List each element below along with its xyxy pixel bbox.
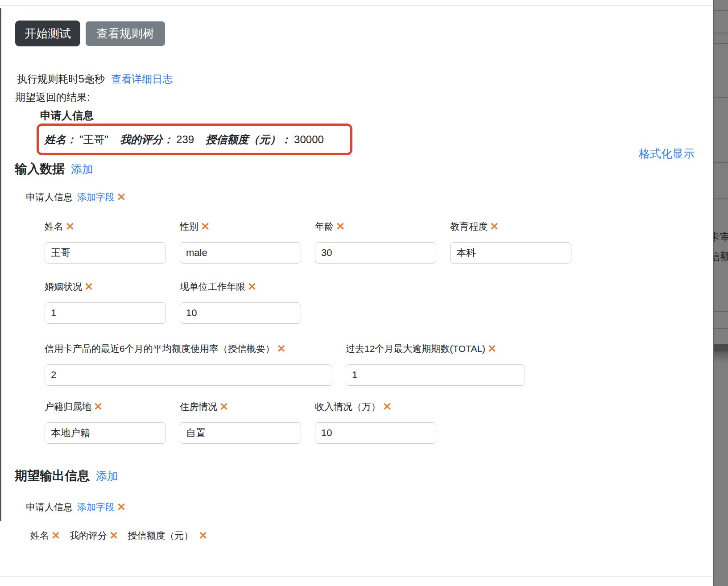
field-age-input[interactable] bbox=[315, 242, 436, 264]
expected-result-highlight-box: 姓名： "王哥" 我的评分： 239 授信额度（元）： 30000 bbox=[37, 124, 352, 155]
field-label: 姓名 bbox=[45, 220, 63, 233]
output-field-label: 姓名 bbox=[30, 529, 49, 542]
background-table-row-line bbox=[714, 198, 728, 199]
input-section-header: 输入数据 添加 bbox=[15, 161, 93, 177]
output-field-score: 我的评分 ✕ bbox=[70, 529, 118, 542]
background-table-row-line bbox=[714, 328, 728, 329]
result-group-title: 申请人信息 bbox=[40, 108, 94, 123]
field-housing-input[interactable] bbox=[180, 422, 301, 444]
field-label: 婚姻状况 bbox=[45, 281, 82, 293]
field-housing: 住房情况✕ bbox=[180, 400, 301, 444]
remove-field-icon[interactable]: ✕ bbox=[109, 530, 118, 541]
result-field-value: "王哥" bbox=[79, 132, 108, 147]
field-income-input[interactable] bbox=[315, 422, 436, 444]
output-field-label: 我的评分 bbox=[70, 529, 107, 542]
field-label: 住房情况 bbox=[180, 400, 217, 413]
field-max-overdue-input[interactable] bbox=[346, 364, 525, 386]
result-field-label: 我的评分： bbox=[120, 132, 174, 147]
panel-left-edge bbox=[0, 8, 1, 521]
result-field-label: 姓名： bbox=[45, 132, 77, 147]
remove-field-icon[interactable]: ✕ bbox=[84, 281, 93, 292]
output-section-title: 期望输出信息 bbox=[15, 467, 90, 484]
remove-field-icon[interactable]: ✕ bbox=[219, 401, 228, 412]
remove-field-icon[interactable]: ✕ bbox=[199, 530, 207, 541]
format-display-link[interactable]: 格式化显示 bbox=[639, 146, 695, 161]
background-dark-band bbox=[714, 344, 728, 351]
remove-field-icon[interactable]: ✕ bbox=[201, 221, 210, 232]
field-name: 姓名✕ bbox=[45, 220, 166, 264]
background-table-row-line bbox=[714, 97, 728, 98]
output-field-credit-limit: 授信额度（元） ✕ bbox=[128, 529, 207, 542]
start-test-button[interactable]: 开始测试 bbox=[15, 21, 80, 46]
output-section-header: 期望输出信息 添加 bbox=[15, 467, 118, 484]
field-credit-usage-rate-input[interactable] bbox=[45, 364, 332, 386]
remove-field-icon[interactable]: ✕ bbox=[277, 343, 286, 354]
output-fields-row: 姓名 ✕ 我的评分 ✕ 授信额度（元） ✕ bbox=[30, 529, 217, 542]
field-max-overdue: 过去12个月最大逾期期数(TOTAL)✕ bbox=[346, 342, 525, 386]
field-label: 过去12个月最大逾期期数(TOTAL) bbox=[346, 343, 485, 355]
view-detail-log-link[interactable]: 查看详细日志 bbox=[111, 73, 173, 85]
field-label: 户籍归属地 bbox=[45, 400, 91, 413]
result-field: 我的评分： 239 bbox=[120, 132, 194, 147]
background-table-row-line bbox=[714, 33, 728, 33]
output-field-label: 授信额度（元） bbox=[128, 529, 193, 542]
execution-duration-text: 执行规则耗时5毫秒 bbox=[17, 73, 105, 85]
input-section-title: 输入数据 bbox=[15, 161, 65, 177]
remove-field-icon[interactable]: ✕ bbox=[51, 530, 60, 541]
background-table-row-line bbox=[714, 10, 728, 11]
remove-field-icon[interactable]: ✕ bbox=[336, 221, 345, 232]
execution-duration-line: 执行规则耗时5毫秒 查看详细日志 bbox=[17, 72, 173, 86]
field-label: 教育程度 bbox=[450, 220, 488, 233]
panel-top-border bbox=[0, 5, 713, 6]
view-rule-tree-button[interactable]: 查看规则树 bbox=[86, 21, 165, 46]
input-add-field-link[interactable]: 添加字段 bbox=[77, 191, 115, 203]
field-label: 现单位工作年限 bbox=[180, 281, 245, 293]
background-table-row-line bbox=[714, 43, 728, 44]
field-education: 教育程度✕ bbox=[450, 220, 571, 264]
input-fields-row: 婚姻状况✕ 现单位工作年限✕ bbox=[45, 280, 301, 324]
background-table-row-line bbox=[714, 162, 728, 163]
background-table-row-line bbox=[714, 311, 728, 312]
field-label: 信用卡产品的最近6个月的平均额度使用率（授信概要） bbox=[45, 343, 275, 355]
field-marital-status-input[interactable] bbox=[45, 302, 166, 324]
output-group-name: 申请人信息 bbox=[26, 501, 73, 513]
field-label: 年龄 bbox=[315, 220, 334, 233]
input-add-link[interactable]: 添加 bbox=[71, 162, 93, 177]
input-fields-row: 信用卡产品的最近6个月的平均额度使用率（授信概要）✕ 过去12个月最大逾期期数(… bbox=[45, 342, 525, 386]
result-field: 姓名： "王哥" bbox=[45, 132, 108, 147]
field-gender: 性别✕ bbox=[180, 220, 301, 264]
input-group-row: 申请人信息 添加字段 ✕ bbox=[26, 191, 126, 203]
field-work-years-input[interactable] bbox=[180, 302, 301, 324]
remove-group-icon[interactable]: ✕ bbox=[117, 192, 126, 202]
remove-field-icon[interactable]: ✕ bbox=[94, 401, 103, 412]
result-field: 授信额度（元）： 30000 bbox=[206, 132, 324, 147]
input-group-name: 申请人信息 bbox=[26, 191, 73, 203]
output-add-field-link[interactable]: 添加字段 bbox=[77, 501, 115, 513]
field-gender-input[interactable] bbox=[180, 242, 301, 264]
field-label: 收入情况（万） bbox=[315, 400, 381, 413]
remove-field-icon[interactable]: ✕ bbox=[488, 343, 496, 354]
field-label: 性别 bbox=[180, 220, 199, 233]
remove-field-icon[interactable]: ✕ bbox=[490, 221, 499, 232]
expected-result-label: 期望返回的结果: bbox=[15, 91, 90, 104]
background-clipped-text: 卡审 bbox=[713, 230, 728, 244]
field-name-input[interactable] bbox=[45, 242, 166, 264]
remove-field-icon[interactable]: ✕ bbox=[66, 221, 74, 232]
result-field-label: 授信额度（元）： bbox=[206, 132, 291, 147]
remove-group-icon[interactable]: ✕ bbox=[117, 502, 126, 512]
output-group-row: 申请人信息 添加字段 ✕ bbox=[26, 501, 126, 513]
field-household-registration-input[interactable] bbox=[45, 422, 166, 444]
output-add-link[interactable]: 添加 bbox=[96, 469, 118, 483]
field-household-registration: 户籍归属地✕ bbox=[45, 400, 166, 444]
dimmed-background-page: 卡审 信额 bbox=[713, 0, 728, 586]
remove-field-icon[interactable]: ✕ bbox=[383, 401, 392, 412]
result-field-value: 239 bbox=[176, 133, 194, 146]
test-panel: 卡审 信额 开始测试 查看规则树 执行规则耗时5毫秒 查看详细日志 期望返回的结… bbox=[0, 0, 728, 586]
input-fields-row: 户籍归属地✕ 住房情况✕ 收入情况（万）✕ bbox=[45, 400, 436, 444]
field-work-years: 现单位工作年限✕ bbox=[180, 280, 301, 324]
remove-field-icon[interactable]: ✕ bbox=[248, 281, 256, 292]
panel-bottom-border bbox=[0, 576, 713, 577]
field-credit-usage-rate: 信用卡产品的最近6个月的平均额度使用率（授信概要）✕ bbox=[45, 342, 332, 386]
field-education-input[interactable] bbox=[450, 242, 571, 264]
output-field-name: 姓名 ✕ bbox=[30, 529, 60, 542]
